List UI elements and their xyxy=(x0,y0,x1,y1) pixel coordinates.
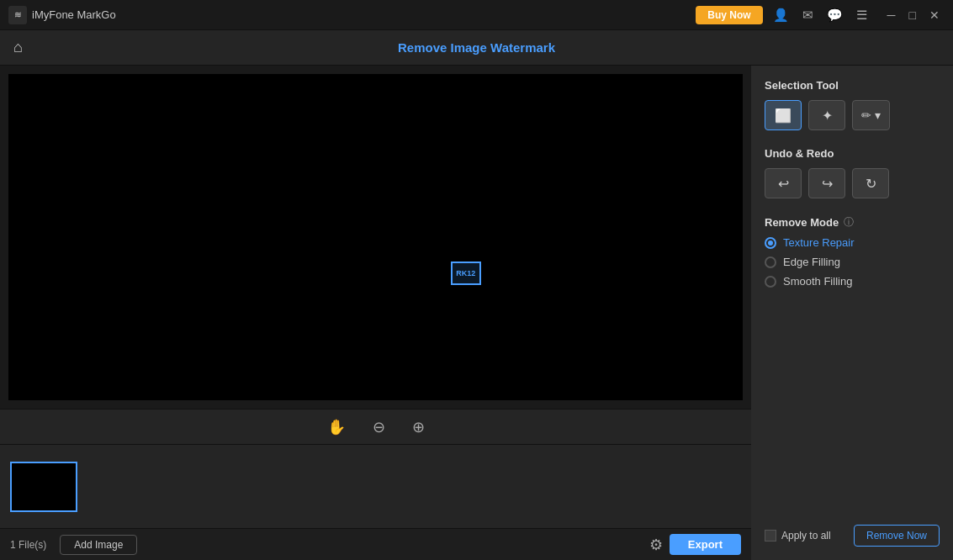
bottom-actions: Apply to all Remove Now xyxy=(765,525,940,547)
buy-now-button[interactable]: Buy Now xyxy=(696,6,762,24)
undo-button[interactable]: ↩ xyxy=(765,168,802,198)
smooth-filling-label: Smooth Filling xyxy=(783,275,852,288)
settings-icon: ⚙ xyxy=(649,536,663,553)
polygon-select-button[interactable]: ✦ xyxy=(808,100,845,130)
titlebar-actions: Buy Now 👤 ✉ 💬 ☰ ─ □ ✕ xyxy=(696,6,945,24)
home-button[interactable]: ⌂ xyxy=(13,39,23,56)
redo-icon: ↪ xyxy=(822,176,833,192)
rectangle-select-button[interactable]: ⬜ xyxy=(765,100,802,130)
undo-redo-title: Undo & Redo xyxy=(765,147,940,160)
right-panel: Selection Tool ⬜ ✦ ✏ ▾ Undo & Redo ↩ ↪ ↻ xyxy=(751,66,953,560)
close-button[interactable]: ✕ xyxy=(924,7,945,24)
export-button[interactable]: Export xyxy=(670,534,741,555)
home-icon: ⌂ xyxy=(13,39,23,55)
minimize-button[interactable]: ─ xyxy=(882,7,901,24)
titlebar: ≋ iMyFone MarkGo Buy Now 👤 ✉ 💬 ☰ ─ □ ✕ xyxy=(0,0,953,30)
apply-to-all-checkbox[interactable] xyxy=(765,530,776,542)
add-image-button[interactable]: Add Image xyxy=(60,535,137,555)
zoom-out-button[interactable]: ⊖ xyxy=(368,415,390,440)
mail-icon[interactable]: ✉ xyxy=(799,6,817,24)
brush-icon: ✏ xyxy=(861,108,871,122)
selection-tool-title: Selection Tool xyxy=(765,79,940,92)
remove-mode-section: Remove Mode ⓘ Texture Repair Edge Fillin… xyxy=(765,215,940,288)
filmstrip xyxy=(0,444,751,528)
texture-repair-radio[interactable] xyxy=(765,237,776,249)
chat-icon[interactable]: 💬 xyxy=(823,6,846,24)
smooth-filling-radio[interactable] xyxy=(765,276,776,288)
canvas-background xyxy=(8,74,743,400)
brush-dropdown-icon: ▾ xyxy=(875,108,881,122)
undo-icon: ↩ xyxy=(778,176,789,192)
pan-tool-button[interactable]: ✋ xyxy=(322,415,351,440)
zoom-in-button[interactable]: ⊕ xyxy=(407,415,430,440)
navbar: ⌂ Remove Image Watermark xyxy=(0,30,953,66)
brush-select-button[interactable]: ✏ ▾ xyxy=(852,100,890,130)
remove-now-button[interactable]: Remove Now xyxy=(854,525,940,547)
edge-filling-label: Edge Filling xyxy=(783,256,840,268)
app-logo: ≋ iMyFone MarkGo xyxy=(8,6,116,24)
page-title: Remove Image Watermark xyxy=(398,40,555,55)
polygon-icon: ✦ xyxy=(822,108,833,124)
undo-redo-group: ↩ ↪ ↻ xyxy=(765,168,940,198)
filmstrip-thumbnail[interactable] xyxy=(10,462,77,512)
maximize-button[interactable]: □ xyxy=(904,7,921,24)
help-icon[interactable]: ⓘ xyxy=(844,215,854,230)
texture-repair-option[interactable]: Texture Repair xyxy=(765,236,940,249)
selection-box[interactable]: RK12 xyxy=(451,262,481,285)
pan-icon: ✋ xyxy=(327,419,346,436)
canvas-toolbar: ✋ ⊖ ⊕ xyxy=(0,409,751,444)
window-controls: ─ □ ✕ xyxy=(882,7,945,24)
file-count: 1 File(s) xyxy=(10,539,46,551)
edge-filling-option[interactable]: Edge Filling xyxy=(765,256,940,268)
filmstrip-footer: 1 File(s) Add Image ⚙ Export xyxy=(0,528,751,560)
footer-right-actions: ⚙ Export xyxy=(649,534,741,555)
apply-to-all-group: Apply to all xyxy=(765,530,831,542)
remove-mode-radio-group: Texture Repair Edge Filling Smooth Filli… xyxy=(765,236,940,288)
canvas-section: RK12 ✋ ⊖ ⊕ 1 File(s) Add Image xyxy=(0,66,751,560)
redo-button[interactable]: ↪ xyxy=(808,168,845,198)
texture-repair-label: Texture Repair xyxy=(783,236,855,249)
settings-button[interactable]: ⚙ xyxy=(649,536,663,554)
canvas-viewport[interactable]: RK12 xyxy=(0,66,751,409)
remove-mode-title: Remove Mode xyxy=(765,216,839,229)
account-icon[interactable]: 👤 xyxy=(770,6,792,24)
rectangle-icon: ⬜ xyxy=(775,108,792,124)
selection-label: RK12 xyxy=(456,269,475,277)
menu-icon[interactable]: ☰ xyxy=(853,6,871,24)
apply-to-all-label: Apply to all xyxy=(781,530,831,542)
zoom-out-icon: ⊖ xyxy=(373,419,385,436)
logo-icon: ≋ xyxy=(8,6,27,24)
smooth-filling-option[interactable]: Smooth Filling xyxy=(765,275,940,288)
selection-tools-group: ⬜ ✦ ✏ ▾ xyxy=(765,100,940,130)
reset-icon: ↻ xyxy=(866,176,876,192)
reset-button[interactable]: ↻ xyxy=(852,168,889,198)
app-name: iMyFone MarkGo xyxy=(32,8,116,21)
zoom-in-icon: ⊕ xyxy=(412,419,425,436)
main-content: RK12 ✋ ⊖ ⊕ 1 File(s) Add Image xyxy=(0,66,953,560)
edge-filling-radio[interactable] xyxy=(765,256,776,268)
